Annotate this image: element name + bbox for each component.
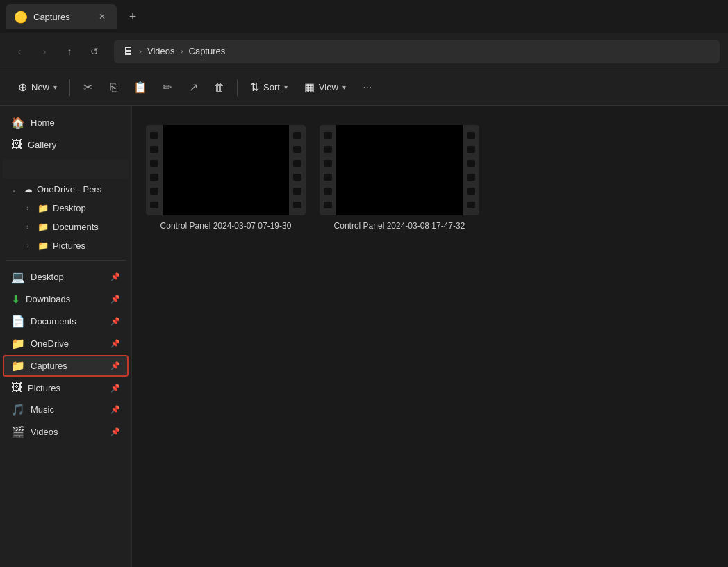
film-hole <box>467 202 475 208</box>
new-button[interactable]: ⊕ New ▾ <box>11 76 64 99</box>
paste-button[interactable]: 📋 <box>129 76 152 99</box>
film-hole <box>293 132 301 139</box>
film-hole <box>150 146 158 153</box>
sidebar-item-documents-onedrive[interactable]: › 📁 Documents <box>3 217 129 236</box>
cut-button[interactable]: ✂ <box>76 76 99 99</box>
film-hole <box>467 174 475 181</box>
sidebar-item-pictures-onedrive[interactable]: › 📁 Pictures <box>3 236 129 254</box>
new-tab-button[interactable]: + <box>122 6 143 27</box>
film-hole <box>324 174 332 181</box>
sidebar-item-downloads-pinned[interactable]: ⬇ Downloads 📌 <box>3 288 129 310</box>
sidebar-item-music-pinned[interactable]: 🎵 Music 📌 <box>3 399 129 420</box>
video-thumb-2 <box>320 125 479 215</box>
view-button[interactable]: ▦ View ▾ <box>297 76 353 99</box>
videos-pin-icon: 📌 <box>110 427 120 436</box>
film-hole <box>467 160 475 167</box>
toolbar-sep-1 <box>69 79 70 96</box>
film-hole <box>324 188 332 195</box>
sidebar-item-documents-pinned-label: Documents <box>31 316 105 327</box>
rename-button[interactable]: ✏ <box>155 76 179 99</box>
address-icon: 🖥 <box>122 45 133 58</box>
back-button[interactable]: ‹ <box>8 40 31 63</box>
captures-pin-icon: 📌 <box>110 361 120 370</box>
documents-onedrive-expander[interactable]: › <box>22 221 33 232</box>
film-hole <box>150 202 158 208</box>
sidebar-item-desktop-pinned[interactable]: 💻 Desktop 📌 <box>3 266 129 288</box>
pictures-onedrive-expander[interactable]: › <box>22 240 33 251</box>
file-item-2[interactable]: Control Panel 2024-03-08 17-47-32 <box>320 120 479 236</box>
onedrive-pin-icon: 📌 <box>110 339 120 348</box>
sidebar-item-documents-pinned[interactable]: 📄 Documents 📌 <box>3 311 129 332</box>
film-hole <box>150 188 158 195</box>
home-icon: 🏠 <box>11 116 25 129</box>
film-hole <box>293 174 301 181</box>
pictures-pin-icon: 📌 <box>110 384 120 393</box>
sidebar-item-onedrive-pinned[interactable]: 📁 OneDrive 📌 <box>3 333 129 354</box>
video-content-1 <box>163 125 289 215</box>
nav-bar: ‹ › ↑ ↺ 🖥 › Videos › Captures <box>0 33 728 69</box>
film-hole <box>293 188 301 195</box>
sidebar-item-videos-pinned[interactable]: 🎬 Videos 📌 <box>3 421 129 443</box>
content-area: Control Panel 2024-03-07 07-19-30 <box>132 106 728 567</box>
toolbar-sep-2 <box>237 79 238 96</box>
sidebar-item-home[interactable]: 🏠 Home <box>3 112 129 133</box>
address-captures: Captures <box>189 46 226 56</box>
sidebar-divider <box>6 260 126 261</box>
sidebar-item-captures-pinned[interactable]: 📁 Captures 📌 <box>3 355 129 377</box>
pictures-onedrive-icon: 📁 <box>38 240 49 251</box>
new-dropdown-icon: ▾ <box>53 83 57 91</box>
file-item-1[interactable]: Control Panel 2024-03-07 07-19-30 <box>146 120 306 236</box>
sidebar-item-videos-pinned-label: Videos <box>31 427 105 437</box>
new-label: New <box>31 82 49 92</box>
downloads-pinned-icon: ⬇ <box>11 293 20 306</box>
sidebar-item-onedrive[interactable]: ⌄ ☁ OneDrive - Pers <box>3 180 129 198</box>
film-hole <box>467 146 475 153</box>
tab-captures[interactable]: 🟡 Captures ✕ <box>6 4 117 29</box>
sidebar-section-placeholder <box>3 159 129 179</box>
film-hole <box>324 132 332 139</box>
downloads-pin-icon: 📌 <box>110 295 120 304</box>
documents-pinned-icon: 📄 <box>11 315 25 328</box>
film-hole <box>324 146 332 153</box>
sidebar-item-onedrive-pinned-label: OneDrive <box>31 338 105 349</box>
forward-button[interactable]: › <box>33 40 56 63</box>
film-hole <box>293 146 301 153</box>
desktop-onedrive-expander[interactable]: › <box>22 202 33 213</box>
delete-button[interactable]: 🗑 <box>208 76 231 99</box>
sidebar-item-desktop-onedrive-label: Desktop <box>53 203 86 213</box>
more-button[interactable]: ··· <box>356 76 379 99</box>
sort-button[interactable]: ⇅ Sort ▾ <box>243 76 295 99</box>
sidebar-item-pictures-pinned[interactable]: 🖼 Pictures 📌 <box>3 377 129 398</box>
tab-close-button[interactable]: ✕ <box>96 10 108 23</box>
film-strip-right-1 <box>289 125 306 215</box>
address-sep-1: › <box>139 47 142 56</box>
sidebar-item-captures-pinned-label: Captures <box>31 361 105 371</box>
film-hole <box>324 202 332 208</box>
film-hole <box>150 132 158 139</box>
video-thumb-1 <box>146 125 306 215</box>
up-button[interactable]: ↑ <box>58 40 81 63</box>
onedrive-expander[interactable]: ⌄ <box>8 183 19 195</box>
new-icon: ⊕ <box>18 81 27 94</box>
sidebar-item-desktop-pinned-label: Desktop <box>31 272 105 282</box>
title-bar: 🟡 Captures ✕ + <box>0 0 728 33</box>
sidebar-item-gallery[interactable]: 🖼 Gallery <box>3 134 129 155</box>
captures-pinned-icon: 📁 <box>11 359 25 372</box>
share-button[interactable]: ↗ <box>181 76 205 99</box>
address-bar[interactable]: 🖥 › Videos › Captures <box>114 40 720 63</box>
desktop-onedrive-icon: 📁 <box>38 203 49 213</box>
sidebar-item-documents-onedrive-label: Documents <box>53 222 99 232</box>
onedrive-pinned-icon: 📁 <box>11 337 25 350</box>
copy-button[interactable]: ⎘ <box>102 76 126 99</box>
refresh-button[interactable]: ↺ <box>83 40 106 63</box>
film-hole <box>150 160 158 167</box>
sidebar-item-desktop-onedrive[interactable]: › 📁 Desktop <box>3 199 129 217</box>
film-hole <box>324 160 332 167</box>
film-hole <box>467 132 475 139</box>
view-dropdown-icon: ▾ <box>342 83 346 91</box>
sidebar-item-home-label: Home <box>31 117 120 128</box>
address-sep-2: › <box>181 47 183 56</box>
address-videos: Videos <box>147 46 175 56</box>
video-content-2 <box>336 125 463 215</box>
film-hole <box>467 188 475 195</box>
